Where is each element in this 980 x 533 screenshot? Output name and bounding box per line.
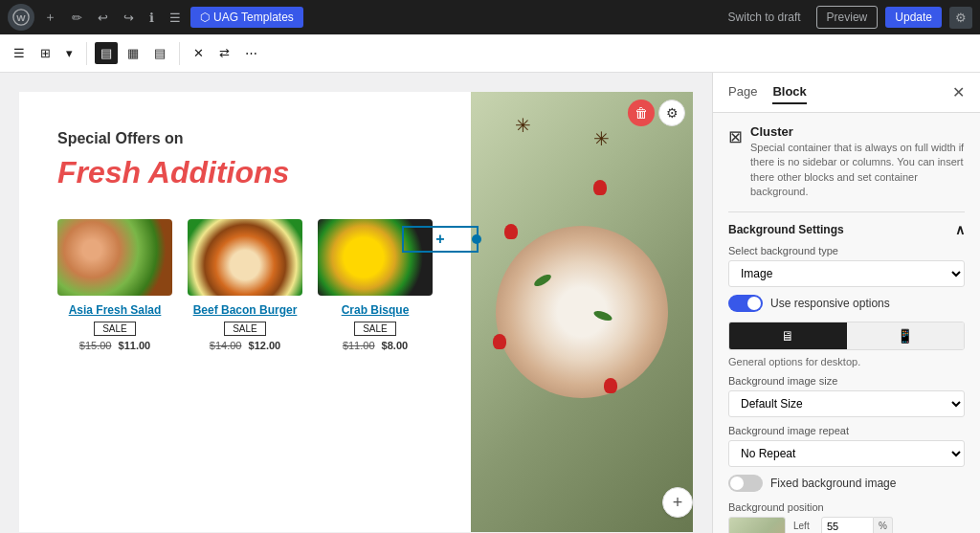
settings-block-overlay-btn[interactable]: ⚙ [658,100,685,126]
product-image-crab [318,219,433,296]
info-btn[interactable]: ℹ [144,7,160,29]
thumbnail-preview [729,518,785,533]
fixed-bg-toggle-row: Fixed background image [728,475,965,492]
price-row-3: $11.00 $8.00 [343,340,408,351]
align-full-btn[interactable]: ▤ [95,42,118,64]
old-price-3: $11.00 [343,340,375,351]
position-thumbnail[interactable] [728,517,786,533]
right-settings-panel: Page Block ✕ ⊠ Cluster Special container… [712,73,980,533]
device-buttons: 🖥 📱 [728,322,965,350]
panel-header: Page Block ✕ [713,73,980,113]
product-name-2[interactable]: Beef Bacon Burger [193,303,298,317]
left-unit[interactable]: % [874,517,893,533]
redo-btn[interactable]: ↪ [118,7,140,29]
panel-close-btn[interactable]: ✕ [952,83,965,101]
panel-divider-1 [728,211,965,212]
delete-block-btn[interactable]: ✕ [188,42,210,64]
toggle-list-view-btn[interactable]: ☰ [8,42,31,64]
price-row-1: $15.00 $11.00 [79,340,150,351]
bg-image-size-select[interactable]: Default Size [728,390,965,417]
switch-to-draft-btn[interactable]: Switch to draft [721,7,809,28]
new-price-1: $11.00 [119,340,151,351]
fixed-bg-toggle[interactable] [728,475,763,492]
transform-btn[interactable]: ⇄ [213,42,235,64]
bg-image-size-label: Background image size [728,375,965,387]
more-options-btn[interactable]: ⋯ [239,42,263,64]
panel-content: ⊠ Cluster Special container that is alwa… [713,113,980,533]
star-anise-1: ✳ [593,127,610,150]
canvas-area: Special Offers on Fresh Additions Asia F… [0,73,712,533]
new-price-3: $8.00 [382,340,409,351]
mobile-device-btn[interactable]: 📱 [847,322,965,349]
toggle-knob [747,297,761,310]
bg-image-repeat-select[interactable]: No Repeat [728,440,965,467]
left-label: Left [793,521,817,531]
sale-badge-2: SALE [224,322,266,336]
update-btn[interactable]: Update [885,7,942,28]
collapse-chevron[interactable]: ∧ [955,222,965,237]
add-block-button[interactable]: + [662,487,693,518]
uag-icon: ⬡ [200,11,210,24]
uag-templates-btn[interactable]: ⬡ UAG Templates [190,7,303,28]
bg-settings-label: Background Settings [728,223,844,236]
top-bar: W ＋ ✏ ↩ ↪ ℹ ☰ ⬡ UAG Templates Switch to … [0,0,980,34]
toolbar-separator [86,42,87,65]
cluster-description: Special container that is always on full… [750,141,965,200]
left-content-panel: Special Offers on Fresh Additions Asia F… [19,92,471,532]
preview-btn[interactable]: Preview [816,6,879,29]
strawberry-2 [493,334,506,349]
wp-logo[interactable]: W [8,4,34,31]
cluster-header: ⊠ Cluster Special container that is alwa… [728,124,965,200]
bowl-circle [496,226,668,398]
second-toolbar: ☰ ⊞ ▾ ▤ ▦ ▤ ✕ ⇄ ⋯ [0,34,980,73]
strawberry-4 [593,180,607,195]
old-price-2: $14.00 [210,340,242,351]
left-input[interactable] [821,517,874,533]
more-btn[interactable]: ☰ [164,7,187,29]
strawberry-3 [604,378,617,393]
sale-badge-1: SALE [94,322,136,336]
device-description: General options for desktop. [728,356,965,367]
top-bar-right: Switch to draft Preview Update ⚙ [721,6,972,29]
product-image-burger [188,219,302,296]
top-bar-left: W ＋ ✏ ↩ ↪ ℹ ☰ ⬡ UAG Templates [8,4,303,31]
responsive-toggle-label: Use responsive options [770,297,890,310]
fixed-bg-label: Fixed background image [770,477,896,490]
block-overlay-icons: 🗑 ⚙ [628,100,685,126]
product-image-salad [57,219,172,296]
product-name-1[interactable]: Asia Fresh Salad [69,303,162,317]
chevron-down-btn[interactable]: ▾ [60,42,78,64]
svg-text:W: W [16,12,26,23]
position-fields: Left % Top % [793,517,893,533]
undo-btn[interactable]: ↩ [92,7,114,29]
strawberry-1 [504,224,518,239]
food-bowl-visual: ✳ ✳ [471,92,693,532]
right-food-image: ✳ ✳ 🗑 ⚙ [471,92,693,532]
price-row-2: $14.00 $12.00 [210,340,280,351]
cluster-icon: ⊠ [728,126,743,147]
panel-tabs: Page Block [728,80,807,104]
product-name-3[interactable]: Crab Bisque [342,303,410,317]
product-item-3: Crab Bisque SALE $11.00 $8.00 [318,219,433,351]
responsive-toggle-row: Use responsive options [728,295,965,312]
bg-image-repeat-label: Background image repeat [728,425,965,436]
align-wide-btn[interactable]: ▦ [122,42,145,64]
edit-btn[interactable]: ✏ [66,7,88,29]
align-narrow-btn[interactable]: ▤ [148,42,171,64]
content-block[interactable]: Special Offers on Fresh Additions Asia F… [19,92,693,532]
tab-block[interactable]: Block [772,80,806,104]
bg-type-select[interactable]: Image [728,260,965,287]
add-block-toolbar-btn[interactable]: ＋ [38,5,62,30]
cluster-info: Cluster Special container that is always… [750,124,965,200]
select-bg-type-label: Select background type [728,245,965,256]
settings-gear-btn[interactable]: ⚙ [949,7,972,29]
responsive-toggle[interactable] [728,295,763,312]
delete-block-overlay-btn[interactable]: 🗑 [628,100,655,126]
tab-page[interactable]: Page [728,80,757,104]
desktop-device-btn[interactable]: 🖥 [729,322,847,349]
products-row: Asia Fresh Salad SALE $15.00 $11.00 Beef… [57,219,433,351]
star-anise-2: ✳ [515,114,531,137]
bg-position-label: Background position [728,501,965,513]
left-field-row: Left % [793,517,893,533]
block-tools-btn[interactable]: ⊞ [34,42,56,64]
